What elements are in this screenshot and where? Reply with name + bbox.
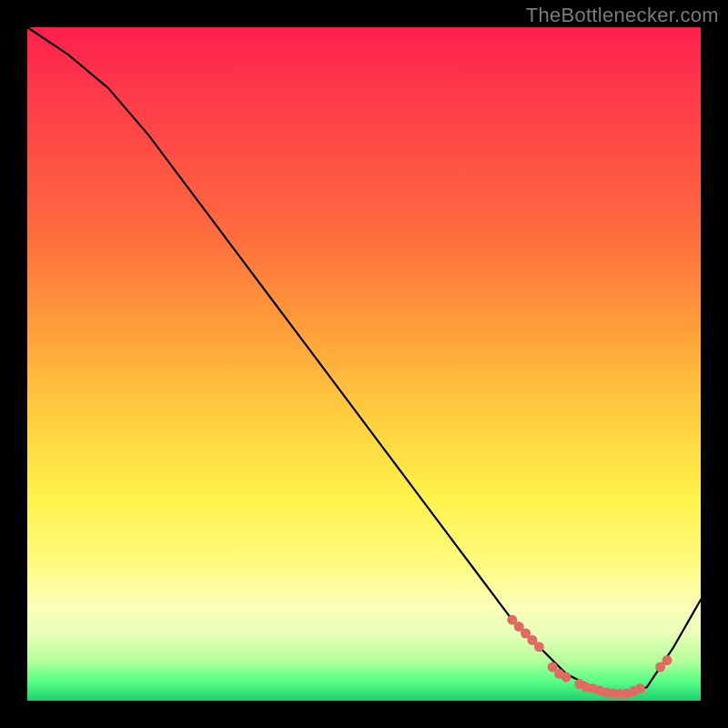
highlight-dot	[561, 672, 571, 682]
watermark-text: TheBottlenecker.com	[526, 4, 719, 27]
chart-gradient-area	[27, 27, 701, 701]
chart-svg	[27, 27, 701, 701]
highlight-dot	[534, 642, 544, 652]
bottleneck-curve	[27, 27, 701, 694]
highlight-dot	[635, 683, 645, 693]
chart-frame: TheBottlenecker.com	[0, 0, 728, 728]
highlight-dot	[662, 655, 672, 665]
